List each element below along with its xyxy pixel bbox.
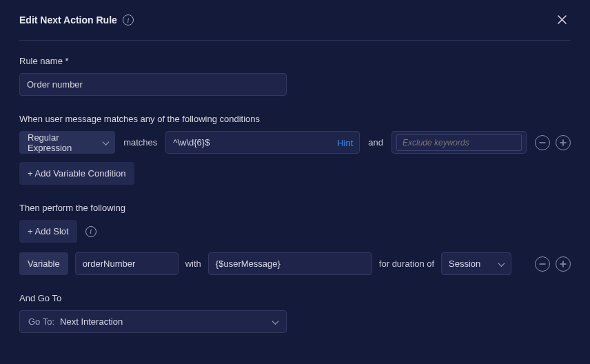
remove-slot-button[interactable] <box>535 256 550 272</box>
duration-value: Session <box>449 259 480 269</box>
goto-select[interactable]: Go To: Next Interaction <box>19 310 287 333</box>
plus-icon <box>560 261 567 267</box>
close-icon <box>558 15 567 24</box>
hint-link[interactable]: Hint <box>337 137 353 148</box>
rule-name-group: Rule name * <box>19 56 571 96</box>
condition-row: Regular Expression matches Hint and <box>19 131 571 154</box>
add-condition-button[interactable] <box>556 135 571 150</box>
variable-name-input[interactable] <box>75 252 179 275</box>
variable-chip: Variable <box>19 252 68 275</box>
add-variable-condition-button[interactable]: + Add Variable Condition <box>19 162 134 185</box>
pattern-input-wrap: Hint <box>165 131 360 154</box>
close-button[interactable] <box>553 12 571 28</box>
rule-name-input[interactable] <box>19 73 287 96</box>
exclude-keywords-input[interactable] <box>396 134 522 151</box>
add-variable-condition-label: + Add Variable Condition <box>28 168 126 179</box>
add-slot-row-button[interactable] <box>556 256 571 272</box>
slot-row-actions <box>535 256 571 272</box>
conditions-label: When user message matches any of the fol… <box>19 114 571 124</box>
variable-value-input[interactable] <box>208 252 372 275</box>
goto-label: And Go To <box>19 293 571 303</box>
remove-condition-button[interactable] <box>535 135 550 150</box>
variable-chip-label: Variable <box>28 259 60 269</box>
goto-group: And Go To Go To: Next Interaction <box>19 293 571 333</box>
modal-title: Edit Next Action Rule <box>19 14 117 26</box>
info-icon[interactable]: i <box>123 14 134 26</box>
conditions-group: When user message matches any of the fol… <box>19 114 571 185</box>
exclude-input-wrap <box>391 131 527 154</box>
minus-icon <box>539 261 546 267</box>
condition-type-select[interactable]: Regular Expression <box>19 131 115 154</box>
minus-icon <box>539 139 546 146</box>
add-slot-row: + Add Slot i <box>19 220 571 243</box>
slot-row: Variable with for duration of Session <box>19 252 571 275</box>
actions-label: Then perform the following <box>19 203 571 213</box>
modal-title-wrap: Edit Next Action Rule i <box>19 14 134 26</box>
edit-rule-modal: Edit Next Action Rule i Rule name * When… <box>0 0 590 363</box>
goto-prefix: Go To: <box>28 316 54 327</box>
matches-label: matches <box>123 137 157 148</box>
modal-header: Edit Next Action Rule i <box>19 12 571 41</box>
condition-type-value: Regular Expression <box>28 132 99 153</box>
duration-select[interactable]: Session <box>441 252 511 275</box>
actions-group: Then perform the following + Add Slot i … <box>19 203 571 275</box>
duration-label: for duration of <box>379 259 434 269</box>
goto-value: Next Interaction <box>60 316 123 327</box>
and-label: and <box>368 137 383 148</box>
add-slot-label: + Add Slot <box>28 226 69 236</box>
condition-row-actions <box>535 135 571 150</box>
pattern-input[interactable] <box>165 131 360 154</box>
add-slot-button[interactable]: + Add Slot <box>19 220 77 243</box>
rule-name-label: Rule name * <box>19 56 571 66</box>
slot-info-icon[interactable]: i <box>85 226 96 237</box>
with-label: with <box>185 259 201 269</box>
plus-icon <box>560 139 567 146</box>
